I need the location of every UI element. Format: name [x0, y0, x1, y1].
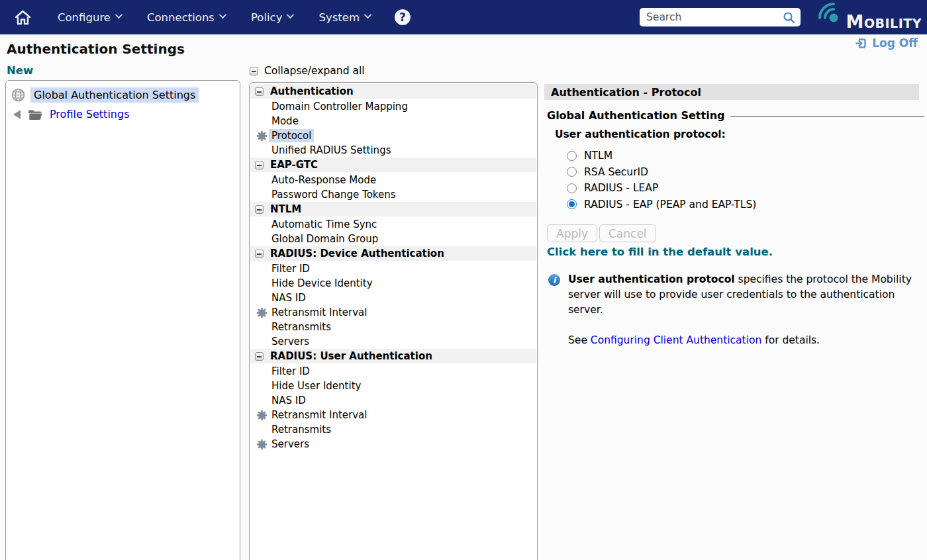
- section-ntlm[interactable]: NTLM: [250, 202, 536, 216]
- collapse-section-icon[interactable]: [255, 161, 264, 169]
- tree-item-profile-settings[interactable]: Profile Settings: [6, 105, 240, 124]
- section-title: NTLM: [270, 203, 301, 215]
- radio-icon[interactable]: [567, 183, 577, 193]
- nav-menu-system[interactable]: System: [318, 11, 369, 24]
- setting-label: NAS ID: [271, 292, 306, 304]
- see-suffix: for details.: [761, 334, 820, 346]
- logo-text: MOBILITY: [846, 11, 922, 32]
- gear-icon: [256, 439, 268, 450]
- apply-button[interactable]: Apply: [547, 224, 597, 242]
- setting-label: Filter ID: [271, 263, 310, 275]
- setting-item[interactable]: Domain Controller Mapping: [250, 99, 536, 114]
- collapse-section-icon[interactable]: [255, 205, 264, 214]
- section-title: RADIUS: Device Authentication: [270, 248, 444, 259]
- collapse-section-icon[interactable]: [255, 352, 264, 361]
- configuring-client-authentication-link[interactable]: Configuring Client Authentication: [591, 334, 761, 346]
- setting-item[interactable]: Auto-Response Mode: [250, 173, 536, 187]
- tree-item-label: Profile Settings: [50, 108, 129, 120]
- radio-icon[interactable]: [567, 167, 577, 177]
- tree-item-label: Global Authentication Settings: [30, 87, 199, 103]
- setting-label: Domain Controller Mapping: [271, 101, 408, 113]
- info-icon: i: [548, 274, 560, 286]
- setting-item[interactable]: Filter ID: [250, 261, 536, 276]
- globe-icon: [11, 88, 25, 102]
- setting-label: Global Domain Group: [271, 233, 378, 245]
- collapse-triangle-icon[interactable]: [13, 110, 21, 119]
- search-icon[interactable]: [783, 11, 795, 24]
- setting-item-selected[interactable]: Protocol: [250, 128, 536, 143]
- section-authentication[interactable]: Authentication: [250, 84, 536, 99]
- setting-item[interactable]: Servers: [250, 334, 536, 349]
- setting-item[interactable]: Automatic Time Sync: [250, 217, 536, 232]
- radio-label: RSA SecurID: [584, 166, 648, 178]
- home-button[interactable]: [15, 10, 31, 25]
- help-icon[interactable]: ?: [395, 9, 411, 25]
- chevron-down-icon: [364, 11, 371, 19]
- home-icon: [15, 10, 31, 25]
- page-title: Authentication Settings: [7, 41, 185, 57]
- signal-icon: [816, 2, 842, 23]
- setting-item[interactable]: Filter ID: [250, 364, 536, 379]
- setting-item[interactable]: Retransmits: [250, 320, 536, 334]
- setting-item[interactable]: NAS ID: [250, 291, 536, 305]
- section-eap-gtc[interactable]: EAP-GTC: [250, 158, 536, 172]
- setting-item[interactable]: Unified RADIUS Settings: [250, 143, 536, 158]
- collapse-expand-all[interactable]: Collapse/expand all: [250, 65, 365, 77]
- section-radius-device-authentication[interactable]: RADIUS: Device Authentication: [250, 246, 536, 261]
- radio-option-radius-eap[interactable]: RADIUS - EAP (PEAP and EAP-TLS): [567, 197, 756, 213]
- collapse-section-icon[interactable]: [255, 250, 264, 258]
- setting-item[interactable]: Retransmit Interval: [250, 408, 536, 422]
- nav-menu-connections[interactable]: Connections: [147, 11, 224, 24]
- radio-option-radius-leap[interactable]: RADIUS - LEAP: [567, 180, 756, 197]
- info-see-line: See Configuring Client Authentication fo…: [568, 333, 923, 348]
- radio-icon-selected[interactable]: [567, 199, 577, 209]
- tree-item-global-authentication-settings[interactable]: Global Authentication Settings: [6, 85, 240, 105]
- field-label: User authentication protocol:: [555, 128, 726, 140]
- setting-label: Automatic Time Sync: [271, 218, 377, 230]
- radio-option-ntlm[interactable]: NTLM: [567, 148, 756, 164]
- setting-item[interactable]: Retransmits: [250, 422, 536, 437]
- setting-item[interactable]: Password Change Tokens: [250, 187, 536, 202]
- settings-list-panel: Authentication Domain Controller Mapping…: [249, 82, 538, 560]
- setting-item[interactable]: Hide User Identity: [250, 379, 536, 393]
- setting-label: Retransmits: [271, 424, 331, 436]
- log-off-link[interactable]: Log Off: [855, 36, 918, 50]
- setting-item[interactable]: Global Domain Group: [250, 232, 536, 246]
- nav-menu-configure[interactable]: Configure: [58, 11, 121, 24]
- nav-menu-policy[interactable]: Policy: [251, 11, 292, 24]
- legend-rule: [730, 117, 924, 117]
- collapse-all-icon[interactable]: [250, 67, 258, 75]
- info-block: i User authentication protocol specifies…: [548, 272, 923, 348]
- collapse-section-icon[interactable]: [255, 87, 264, 96]
- gear-icon: [256, 307, 268, 318]
- radio-icon[interactable]: [567, 151, 577, 161]
- setting-label: Servers: [271, 438, 309, 450]
- chevron-down-icon: [219, 11, 226, 19]
- cancel-button[interactable]: Cancel: [599, 224, 656, 242]
- new-link[interactable]: New: [7, 64, 33, 77]
- group-title: Global Authentication Setting: [547, 109, 724, 122]
- mobility-logo: MOBILITY: [816, 1, 922, 34]
- setting-item[interactable]: NAS ID: [250, 393, 536, 408]
- setting-item[interactable]: Hide Device Identity: [250, 276, 536, 291]
- radio-option-rsa-securid[interactable]: RSA SecurID: [567, 164, 756, 181]
- setting-item[interactable]: Retransmit Interval: [250, 305, 536, 320]
- search-input[interactable]: [640, 8, 801, 26]
- protocol-radio-group: NTLM RSA SecurID RADIUS - LEAP RADIUS - …: [567, 148, 756, 212]
- logo-rest: OBILITY: [864, 16, 922, 30]
- radio-label: RADIUS - EAP (PEAP and EAP-TLS): [584, 199, 756, 210]
- detail-pane-header: Authentication - Protocol: [544, 84, 919, 100]
- setting-label: Servers: [271, 336, 309, 348]
- section-radius-user-authentication[interactable]: RADIUS: User Authentication: [250, 349, 536, 363]
- setting-item[interactable]: Mode: [250, 114, 536, 128]
- nav-menu-label: Configure: [58, 11, 111, 24]
- setting-label: Auto-Response Mode: [271, 174, 376, 186]
- top-navigation-bar: Configure Connections Policy System ? MO…: [0, 0, 927, 34]
- section-title: RADIUS: User Authentication: [270, 350, 432, 362]
- setting-label: Retransmit Interval: [271, 409, 367, 421]
- settings-tree-panel: Global Authentication Settings Profile S…: [5, 80, 240, 560]
- section-title: Authentication: [270, 85, 354, 97]
- setting-item[interactable]: Servers: [250, 437, 536, 451]
- fill-default-link[interactable]: Click here to fill in the default value.: [547, 246, 773, 258]
- nav-menu-label: System: [318, 11, 360, 24]
